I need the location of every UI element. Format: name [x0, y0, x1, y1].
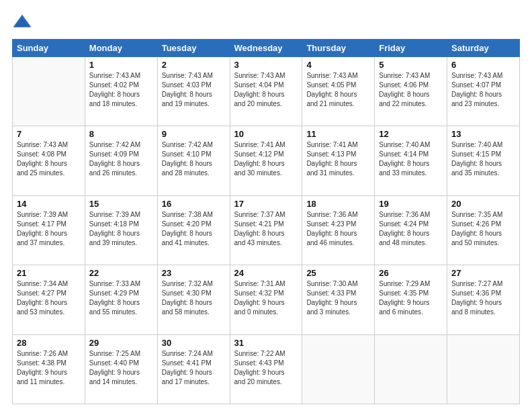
day-number: 15 [89, 199, 153, 209]
day-cell [447, 334, 520, 404]
day-cell: 1Sunrise: 7:43 AM Sunset: 4:02 PM Daylig… [85, 57, 157, 126]
day-info: Sunrise: 7:32 AM Sunset: 4:30 PM Dayligh… [162, 279, 226, 317]
day-cell: 27Sunrise: 7:27 AM Sunset: 4:36 PM Dayli… [447, 265, 520, 334]
day-number: 12 [379, 129, 443, 139]
day-cell: 30Sunrise: 7:24 AM Sunset: 4:41 PM Dayli… [157, 334, 230, 404]
day-info: Sunrise: 7:22 AM Sunset: 4:43 PM Dayligh… [234, 349, 298, 387]
day-number: 11 [306, 129, 370, 139]
day-cell: 2Sunrise: 7:43 AM Sunset: 4:03 PM Daylig… [157, 57, 230, 126]
logo-icon [12, 12, 32, 32]
col-header-tuesday: Tuesday [157, 40, 230, 57]
day-cell: 21Sunrise: 7:34 AM Sunset: 4:27 PM Dayli… [13, 265, 85, 334]
day-info: Sunrise: 7:34 AM Sunset: 4:27 PM Dayligh… [17, 279, 81, 317]
col-header-monday: Monday [85, 40, 157, 57]
col-header-friday: Friday [375, 40, 447, 57]
day-info: Sunrise: 7:36 AM Sunset: 4:23 PM Dayligh… [306, 210, 370, 248]
day-info: Sunrise: 7:42 AM Sunset: 4:10 PM Dayligh… [162, 140, 226, 178]
day-info: Sunrise: 7:43 AM Sunset: 4:02 PM Dayligh… [89, 71, 153, 109]
day-cell: 15Sunrise: 7:39 AM Sunset: 4:18 PM Dayli… [85, 195, 157, 265]
week-row-3: 14Sunrise: 7:39 AM Sunset: 4:17 PM Dayli… [13, 195, 520, 265]
day-info: Sunrise: 7:29 AM Sunset: 4:35 PM Dayligh… [379, 279, 443, 317]
day-number: 25 [306, 268, 370, 278]
day-number: 31 [234, 338, 298, 348]
day-cell: 29Sunrise: 7:25 AM Sunset: 4:40 PM Dayli… [85, 334, 157, 404]
calendar-table: SundayMondayTuesdayWednesdayThursdayFrid… [12, 39, 520, 404]
logo [12, 12, 35, 32]
week-row-1: 1Sunrise: 7:43 AM Sunset: 4:02 PM Daylig… [13, 57, 520, 126]
calendar-header-row: SundayMondayTuesdayWednesdayThursdayFrid… [13, 40, 520, 57]
day-info: Sunrise: 7:41 AM Sunset: 4:12 PM Dayligh… [234, 140, 298, 178]
day-number: 27 [451, 268, 515, 278]
day-number: 2 [162, 60, 226, 70]
day-cell: 20Sunrise: 7:35 AM Sunset: 4:26 PM Dayli… [447, 195, 520, 265]
day-info: Sunrise: 7:35 AM Sunset: 4:26 PM Dayligh… [451, 210, 515, 248]
col-header-sunday: Sunday [13, 40, 85, 57]
day-cell: 25Sunrise: 7:30 AM Sunset: 4:33 PM Dayli… [302, 265, 375, 334]
day-cell: 26Sunrise: 7:29 AM Sunset: 4:35 PM Dayli… [375, 265, 447, 334]
day-number: 26 [379, 268, 443, 278]
day-number: 7 [17, 129, 81, 139]
day-info: Sunrise: 7:41 AM Sunset: 4:13 PM Dayligh… [306, 140, 370, 178]
day-info: Sunrise: 7:40 AM Sunset: 4:14 PM Dayligh… [379, 140, 443, 178]
day-cell: 31Sunrise: 7:22 AM Sunset: 4:43 PM Dayli… [230, 334, 302, 404]
day-number: 22 [89, 268, 153, 278]
week-row-4: 21Sunrise: 7:34 AM Sunset: 4:27 PM Dayli… [13, 265, 520, 334]
col-header-wednesday: Wednesday [230, 40, 302, 57]
day-cell: 6Sunrise: 7:43 AM Sunset: 4:07 PM Daylig… [447, 57, 520, 126]
day-info: Sunrise: 7:43 AM Sunset: 4:04 PM Dayligh… [234, 71, 298, 109]
day-number: 21 [17, 268, 81, 278]
day-cell: 3Sunrise: 7:43 AM Sunset: 4:04 PM Daylig… [230, 57, 302, 126]
day-cell: 8Sunrise: 7:42 AM Sunset: 4:09 PM Daylig… [85, 126, 157, 195]
week-row-2: 7Sunrise: 7:43 AM Sunset: 4:08 PM Daylig… [13, 126, 520, 195]
day-info: Sunrise: 7:43 AM Sunset: 4:06 PM Dayligh… [379, 71, 443, 109]
day-info: Sunrise: 7:40 AM Sunset: 4:15 PM Dayligh… [451, 140, 515, 178]
day-info: Sunrise: 7:39 AM Sunset: 4:17 PM Dayligh… [17, 210, 81, 248]
day-number: 17 [234, 199, 298, 209]
day-number: 5 [379, 60, 443, 70]
day-number: 9 [162, 129, 226, 139]
day-cell [13, 57, 85, 126]
col-header-thursday: Thursday [302, 40, 375, 57]
day-number: 16 [162, 199, 226, 209]
day-info: Sunrise: 7:30 AM Sunset: 4:33 PM Dayligh… [306, 279, 370, 317]
day-cell: 14Sunrise: 7:39 AM Sunset: 4:17 PM Dayli… [13, 195, 85, 265]
day-cell [375, 334, 447, 404]
day-cell: 12Sunrise: 7:40 AM Sunset: 4:14 PM Dayli… [375, 126, 447, 195]
day-info: Sunrise: 7:38 AM Sunset: 4:20 PM Dayligh… [162, 210, 226, 248]
day-number: 29 [89, 338, 153, 348]
day-info: Sunrise: 7:31 AM Sunset: 4:32 PM Dayligh… [234, 279, 298, 317]
day-cell: 24Sunrise: 7:31 AM Sunset: 4:32 PM Dayli… [230, 265, 302, 334]
day-info: Sunrise: 7:43 AM Sunset: 4:05 PM Dayligh… [306, 71, 370, 109]
day-cell: 23Sunrise: 7:32 AM Sunset: 4:30 PM Dayli… [157, 265, 230, 334]
day-info: Sunrise: 7:43 AM Sunset: 4:03 PM Dayligh… [162, 71, 226, 109]
day-info: Sunrise: 7:36 AM Sunset: 4:24 PM Dayligh… [379, 210, 443, 248]
day-info: Sunrise: 7:26 AM Sunset: 4:38 PM Dayligh… [17, 349, 81, 387]
day-info: Sunrise: 7:24 AM Sunset: 4:41 PM Dayligh… [162, 349, 226, 387]
day-number: 1 [89, 60, 153, 70]
day-cell: 9Sunrise: 7:42 AM Sunset: 4:10 PM Daylig… [157, 126, 230, 195]
header [12, 12, 520, 32]
page: SundayMondayTuesdayWednesdayThursdayFrid… [0, 0, 532, 411]
day-number: 6 [451, 60, 515, 70]
day-number: 30 [162, 338, 226, 348]
day-number: 24 [234, 268, 298, 278]
day-cell: 4Sunrise: 7:43 AM Sunset: 4:05 PM Daylig… [302, 57, 375, 126]
day-number: 13 [451, 129, 515, 139]
day-cell: 13Sunrise: 7:40 AM Sunset: 4:15 PM Dayli… [447, 126, 520, 195]
day-number: 14 [17, 199, 81, 209]
col-header-saturday: Saturday [447, 40, 520, 57]
day-cell: 28Sunrise: 7:26 AM Sunset: 4:38 PM Dayli… [13, 334, 85, 404]
day-cell: 5Sunrise: 7:43 AM Sunset: 4:06 PM Daylig… [375, 57, 447, 126]
day-cell [302, 334, 375, 404]
day-info: Sunrise: 7:43 AM Sunset: 4:07 PM Dayligh… [451, 71, 515, 109]
day-cell: 22Sunrise: 7:33 AM Sunset: 4:29 PM Dayli… [85, 265, 157, 334]
day-info: Sunrise: 7:37 AM Sunset: 4:21 PM Dayligh… [234, 210, 298, 248]
day-number: 10 [234, 129, 298, 139]
day-info: Sunrise: 7:25 AM Sunset: 4:40 PM Dayligh… [89, 349, 153, 387]
day-cell: 19Sunrise: 7:36 AM Sunset: 4:24 PM Dayli… [375, 195, 447, 265]
day-cell: 16Sunrise: 7:38 AM Sunset: 4:20 PM Dayli… [157, 195, 230, 265]
day-info: Sunrise: 7:42 AM Sunset: 4:09 PM Dayligh… [89, 140, 153, 178]
day-info: Sunrise: 7:33 AM Sunset: 4:29 PM Dayligh… [89, 279, 153, 317]
day-number: 8 [89, 129, 153, 139]
day-number: 28 [17, 338, 81, 348]
